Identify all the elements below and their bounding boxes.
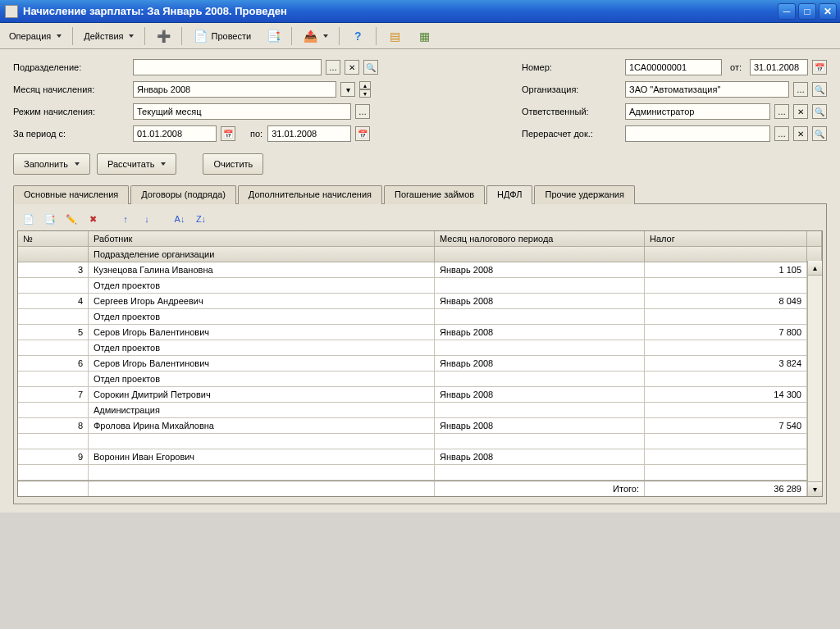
cell-tax: 8 049 [645,294,807,308]
org-ellipsis[interactable]: … [793,82,808,97]
month-field[interactable] [133,81,336,98]
number-input[interactable] [626,60,721,75]
cell-num: 4 [18,294,89,308]
scroll-down-icon[interactable]: ▾ [808,481,822,496]
close-button[interactable]: ✕ [819,3,837,20]
grid-add-icon[interactable]: 📄 [21,211,37,227]
responsible-ellipsis[interactable]: … [774,104,789,119]
table-row-sub[interactable] [18,465,822,481]
period-to-calendar[interactable]: 📅 [355,126,370,141]
table-row[interactable]: 6Серов Игорь ВалентиновичЯнварь 20083 82… [18,356,822,371]
department-clear[interactable]: ✕ [345,60,359,75]
col-tax-header[interactable]: Налог [645,231,807,247]
grid-copy-icon[interactable]: 📑 [42,211,58,227]
mode-input[interactable] [134,104,350,119]
fill-button[interactable]: Заполнить [13,153,90,175]
date-input[interactable] [751,60,807,75]
maximize-button[interactable]: □ [798,3,816,20]
table-row-sub[interactable]: Отдел проектов [18,340,822,356]
table-row-sub[interactable] [18,434,822,449]
grid-sort-a-icon[interactable]: A↓ [171,211,188,227]
minimize-button[interactable]: ─ [778,3,796,20]
period-to-field[interactable] [267,125,351,142]
table-row[interactable]: 5Серов Игорь ВалентиновичЯнварь 20087 80… [18,325,822,340]
recalc-field[interactable] [625,125,770,142]
grid-moveup-icon[interactable]: ↑ [117,211,134,227]
clear-button[interactable]: Очистить [203,153,263,175]
date-calendar[interactable]: 📅 [812,60,827,75]
tab-other[interactable]: Прочие удержания [534,185,634,204]
caret-down-icon [323,34,328,38]
table-row-sub[interactable]: Отдел проектов [18,278,822,294]
col-num-header[interactable]: № [18,231,89,247]
number-field[interactable] [625,59,722,75]
table-row[interactable]: 8Фролова Ирина МихайловнаЯнварь 20087 54… [18,418,822,434]
date-label: от: [730,62,742,72]
calc-button[interactable]: Рассчитать [97,153,176,175]
toolbar-button-7[interactable]: ▦ [411,26,437,46]
table-row-sub[interactable]: Отдел проектов [18,371,822,387]
grid-movedown-icon[interactable]: ↓ [139,211,155,227]
recalc-clear[interactable]: ✕ [793,126,808,141]
mode-ellipsis[interactable]: … [355,104,370,119]
department-ellipsis[interactable]: … [326,60,340,75]
footer-emp [89,481,435,496]
responsible-clear[interactable]: ✕ [793,104,808,119]
period-to-input[interactable] [268,126,350,141]
month-dropdown[interactable]: ▾ [340,82,355,97]
post-button[interactable]: 📄Провести [187,26,257,46]
grid-sort-z-icon[interactable]: Z↓ [193,211,209,227]
department-field[interactable] [133,59,322,75]
table-row[interactable]: 4Сергеев Игорь АндреевичЯнварь 20088 049 [18,294,822,309]
col-subunit-header[interactable]: Подразделение организации [89,247,435,262]
recalc-ellipsis[interactable]: … [774,126,789,141]
cell-subunit: Отдел проектов [89,340,435,355]
app-icon [5,5,18,18]
month-down[interactable]: ▾ [359,89,371,98]
responsible-input[interactable] [626,104,769,119]
toolbar-add-button[interactable]: ➕ [150,26,176,46]
grid-edit-icon[interactable]: ✏️ [63,211,80,227]
cell-month: Январь 2008 [435,262,645,277]
period-from-input[interactable] [134,126,216,141]
table-row[interactable]: 9Воронин Иван ЕгоровичЯнварь 2008 [18,449,822,465]
period-from-field[interactable] [133,125,217,142]
table-row[interactable]: 7Сорокин Дмитрий ПетровичЯнварь 200814 3… [18,387,822,403]
department-input[interactable] [134,60,321,75]
operation-menu[interactable]: Операция [3,26,67,46]
org-search[interactable]: 🔍 [812,82,827,97]
table-row[interactable]: 3Кузнецова Галина ИвановнаЯнварь 20081 1… [18,262,822,278]
toolbar-button-5[interactable]: 📤 [297,26,334,46]
table-row-sub[interactable]: Отдел проектов [18,309,822,325]
tab-main[interactable]: Основные начисления [13,185,129,204]
toolbar-button-6[interactable]: ▤ [381,26,408,46]
responsible-search[interactable]: 🔍 [812,104,827,119]
col-month-subheader [435,247,645,262]
department-search[interactable]: 🔍 [363,60,378,75]
data-grid: № Работник Месяц налогового периода Нало… [17,230,823,497]
col-employee-header[interactable]: Работник [89,231,435,247]
period-from-calendar[interactable]: 📅 [221,126,235,141]
actions-menu[interactable]: Действия [78,26,139,46]
responsible-field[interactable] [625,103,770,120]
recalc-input[interactable] [626,126,769,141]
help-button[interactable]: ? [345,26,371,46]
org-field[interactable] [625,81,789,98]
tab-ndfl[interactable]: НДФЛ [486,185,532,204]
scroll-up-icon[interactable]: ▴ [808,261,822,276]
toolbar-button-4[interactable]: 📑 [260,26,286,46]
org-input[interactable] [626,82,788,97]
tab-additional[interactable]: Дополнительные начисления [238,185,382,204]
grid-scrollbar[interactable]: ▴ ▾ [807,261,822,496]
col-month-header[interactable]: Месяц налогового периода [435,231,645,247]
recalc-search[interactable]: 🔍 [812,126,827,141]
tab-contracts[interactable]: Договоры (подряда) [130,185,236,204]
grid-delete-icon[interactable]: ✖ [84,211,101,227]
table-row-sub[interactable]: Администрация [18,403,822,418]
cell-month: Январь 2008 [435,387,645,402]
tab-loans[interactable]: Погашение займов [384,185,485,204]
month-up[interactable]: ▴ [359,81,371,89]
mode-field[interactable] [133,103,351,120]
month-input[interactable] [134,82,336,97]
date-field[interactable] [750,59,808,75]
